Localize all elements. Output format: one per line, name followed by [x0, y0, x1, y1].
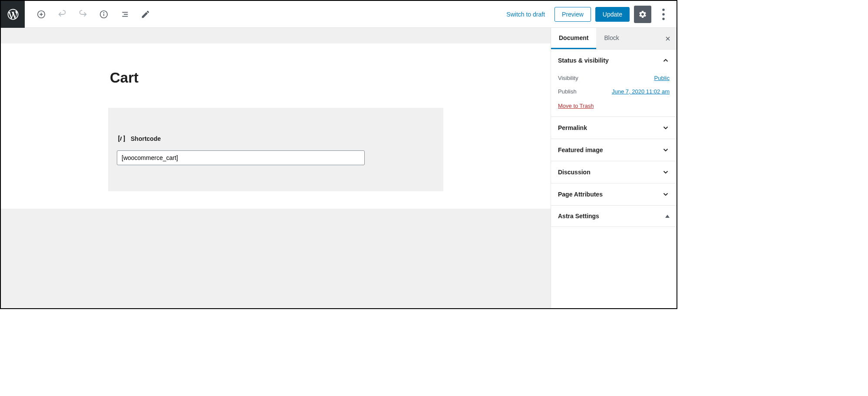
chevron-down-icon: [662, 146, 670, 154]
update-button[interactable]: Update: [595, 7, 630, 22]
dots-vertical-icon: [656, 7, 671, 22]
panel-header-permalink[interactable]: Permalink: [551, 117, 677, 139]
settings-button[interactable]: [634, 6, 651, 23]
toolbar-right: Switch to draft Preview Update: [501, 6, 677, 23]
page-title[interactable]: Cart: [108, 70, 443, 86]
panel-header-astra-settings[interactable]: Astra Settings: [551, 206, 677, 226]
visibility-row: Visibility Public: [558, 71, 670, 85]
panel-header-featured-image[interactable]: Featured image: [551, 139, 677, 161]
panel-title-featured-image: Featured image: [558, 146, 603, 153]
tab-document[interactable]: Document: [551, 28, 596, 49]
content-area: Cart Shortcode Document Block Status &: [1, 28, 677, 308]
undo-button[interactable]: [54, 7, 70, 22]
panel-header-status[interactable]: Status & visibility: [551, 50, 677, 71]
editor-topbar: Switch to draft Preview Update: [1, 1, 677, 28]
publish-label: Publish: [558, 88, 577, 95]
toolbar-left: [25, 7, 153, 22]
svg-point-11: [662, 17, 664, 20]
wordpress-icon: [7, 8, 20, 21]
wordpress-logo[interactable]: [1, 1, 25, 28]
plus-circle-icon: [36, 10, 46, 19]
publish-value[interactable]: June 7, 2020 11:02 am: [612, 88, 670, 95]
sidebar-tabs: Document Block: [551, 28, 677, 50]
shortcode-input[interactable]: [117, 150, 365, 165]
block-navigation-button[interactable]: [117, 7, 132, 22]
editor-canvas: Cart Shortcode: [1, 28, 551, 308]
close-icon: [664, 35, 671, 42]
panel-body-status: Visibility Public Publish June 7, 2020 1…: [551, 71, 677, 116]
panel-astra-settings: Astra Settings: [551, 206, 677, 227]
visibility-value[interactable]: Public: [654, 75, 670, 81]
move-to-trash-button[interactable]: Move to Trash: [558, 98, 594, 109]
edit-button[interactable]: [138, 7, 153, 22]
close-sidebar-button[interactable]: [659, 28, 677, 49]
panel-permalink: Permalink: [551, 117, 677, 139]
svg-point-10: [662, 13, 664, 15]
shortcode-label: Shortcode: [131, 135, 161, 142]
sidebar: Document Block Status & visibility Visib…: [551, 28, 677, 308]
panel-header-page-attributes[interactable]: Page Attributes: [551, 183, 677, 205]
pencil-icon: [141, 10, 150, 19]
shortcode-header: Shortcode: [117, 134, 435, 143]
panel-featured-image: Featured image: [551, 139, 677, 161]
panel-title-discussion: Discussion: [558, 169, 591, 176]
chevron-down-icon: [662, 168, 670, 176]
chevron-down-icon: [662, 124, 670, 132]
panel-page-attributes: Page Attributes: [551, 183, 677, 206]
redo-button[interactable]: [75, 7, 91, 22]
svg-point-9: [662, 8, 664, 10]
more-options-button[interactable]: [656, 6, 671, 23]
svg-point-5: [104, 12, 104, 13]
preview-button[interactable]: Preview: [554, 7, 591, 22]
tab-block[interactable]: Block: [596, 28, 627, 49]
list-icon: [120, 10, 129, 19]
visibility-label: Visibility: [558, 75, 578, 81]
triangle-up-icon: [665, 215, 670, 218]
shortcode-block[interactable]: Shortcode: [108, 108, 443, 191]
info-icon: [99, 10, 109, 19]
panel-title-astra-settings: Astra Settings: [558, 213, 599, 220]
chevron-down-icon: [662, 190, 670, 198]
add-block-button[interactable]: [33, 7, 49, 22]
gear-icon: [638, 10, 647, 19]
undo-icon: [57, 10, 67, 19]
panel-title-permalink: Permalink: [558, 124, 587, 131]
chevron-up-icon: [662, 57, 670, 64]
switch-to-draft-button[interactable]: Switch to draft: [501, 7, 550, 21]
panel-title-page-attributes: Page Attributes: [558, 191, 603, 198]
panel-discussion: Discussion: [551, 161, 677, 183]
panel-status-visibility: Status & visibility Visibility Public Pu…: [551, 50, 677, 117]
redo-icon: [78, 10, 88, 19]
publish-row: Publish June 7, 2020 11:02 am: [558, 85, 670, 98]
panel-title-status: Status & visibility: [558, 57, 609, 64]
panel-header-discussion[interactable]: Discussion: [551, 161, 677, 183]
info-button[interactable]: [96, 7, 112, 22]
shortcode-icon: [117, 134, 126, 143]
